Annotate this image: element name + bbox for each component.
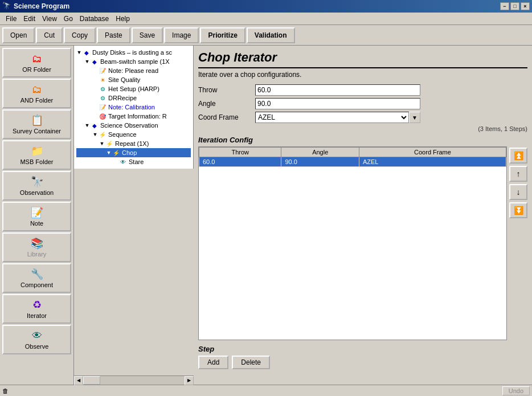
tree-item-sequence[interactable]: ▼ ⚡ Sequence (76, 130, 191, 139)
sidebar-msb-folder[interactable]: 📁 MSB Folder (2, 140, 71, 170)
tree-item-target[interactable]: 🎯 Target Information: R (76, 112, 191, 121)
sidebar-observe[interactable]: 👁 Observe (2, 325, 71, 354)
undo-button[interactable]: Undo (502, 386, 530, 395)
tree-expand-chop[interactable]: ▼ (106, 150, 112, 156)
tree-expand-het (92, 86, 98, 92)
close-button[interactable]: × (521, 2, 530, 10)
scroll-right-button[interactable]: ▶ (185, 376, 194, 385)
tree-expand-dr (92, 95, 98, 101)
table-row[interactable]: 60.0 90.0 AZEL (199, 157, 506, 167)
tree-expand-seq[interactable]: ▼ (92, 132, 98, 137)
sidebar: 🗂 OR Folder 🗂 AND Folder 📋 Survey Contai… (0, 46, 74, 385)
tree-item-repeat[interactable]: ▼ ⚡ Repeat (1X) (76, 139, 191, 148)
tree-item-drrecipe[interactable]: ⚙ DRRecipe (76, 93, 191, 103)
tree-scrollbar[interactable]: ◀ ▶ (74, 375, 194, 385)
tree-item-science-obs[interactable]: ▼ ◆ Science Observation (76, 121, 191, 130)
tree-item-beam-switch[interactable]: ▼ ◆ Beam-switch sample (1X (76, 57, 191, 66)
add-button[interactable]: Add (198, 356, 228, 369)
scroll-track[interactable] (83, 376, 185, 385)
tree-label-root: Dusty Disks – is dusting a sc (92, 49, 172, 56)
cut-button[interactable]: Cut (36, 27, 63, 43)
sidebar-observation[interactable]: 🔭 Observation (2, 171, 71, 201)
sidebar-library[interactable]: 📚 Library (2, 232, 71, 262)
iter-data-table: Throw Angle Coord Frame 60.0 90.0 AZEL (199, 147, 506, 167)
sidebar-iterator[interactable]: ♻ Iterator (2, 294, 71, 324)
move-last-button[interactable]: ⏬ (509, 202, 527, 218)
observation-icon: 🔭 (31, 175, 43, 188)
iterator-icon: ♻ (32, 299, 42, 311)
prioritize-button[interactable]: Prioritize (200, 27, 245, 43)
chop-iterator-title: Chop Iterator (198, 50, 527, 68)
tree-expand-target (92, 113, 98, 119)
minimize-button[interactable]: − (500, 2, 509, 10)
tree-expand-site (92, 77, 98, 83)
tree-icon-repeat: ⚡ (105, 140, 114, 148)
tree-expand-root[interactable]: ▼ (76, 50, 82, 55)
tree-scroll-area[interactable]: ▼ ◆ Dusty Disks – is dusting a sc ▼ ◆ Be… (74, 46, 194, 375)
scroll-thumb[interactable] (83, 376, 100, 385)
tree-expand-repeat[interactable]: ▼ (99, 141, 105, 146)
coord-frame-select[interactable]: AZEL RADEC (255, 112, 409, 123)
throw-input[interactable] (255, 84, 420, 96)
move-down-button[interactable]: ↓ (509, 184, 527, 200)
tree-item-root[interactable]: ▼ ◆ Dusty Disks – is dusting a sc (76, 48, 191, 57)
paste-button[interactable]: Paste (97, 27, 130, 43)
menu-file[interactable]: File (2, 14, 20, 24)
tree-item-het-setup[interactable]: ⚙ Het Setup (HARP) (76, 84, 191, 93)
sidebar-note[interactable]: 📝 Note (2, 202, 71, 231)
save-button[interactable]: Save (132, 27, 163, 43)
menu-view[interactable]: View (39, 14, 60, 24)
observe-label: Observe (25, 343, 49, 350)
open-button[interactable]: Open (2, 27, 35, 43)
delete-button[interactable]: Delete (232, 356, 270, 369)
tree-label-stare: Stare (129, 158, 144, 165)
menu-help[interactable]: Help (112, 14, 133, 24)
tree-item-note-calib[interactable]: 📝 Note: Calibration (76, 103, 191, 112)
copy-button[interactable]: Copy (64, 27, 96, 43)
step-section: Step Add Delete (198, 345, 527, 369)
move-up-button[interactable]: ↑ (509, 166, 527, 182)
tree-label-calib: Note: Calibration (108, 104, 155, 111)
menu-go[interactable]: Go (60, 14, 76, 24)
or-folder-icon: 🗂 (32, 53, 42, 65)
sidebar-and-folder[interactable]: 🗂 AND Folder (2, 79, 71, 108)
scroll-left-button[interactable]: ◀ (74, 376, 83, 385)
menu-database[interactable]: Database (76, 14, 112, 24)
cell-coord-frame: AZEL (359, 157, 506, 167)
menu-edit[interactable]: Edit (20, 14, 39, 24)
tree-label-note-please: Note: Please read (108, 67, 158, 74)
coord-frame-dropdown-arrow[interactable]: ▼ (409, 112, 420, 123)
tree-item-site-quality[interactable]: ☀ Site Quality (76, 75, 191, 84)
coord-frame-container: AZEL RADEC ▼ (255, 112, 420, 123)
sidebar-component[interactable]: 🔧 Component (2, 263, 71, 293)
tree-icon-target: 🎯 (98, 112, 107, 120)
library-label: Library (27, 251, 47, 258)
tree-icon-site: ☀ (98, 76, 107, 84)
sidebar-survey-container[interactable]: 📋 Survey Container (2, 109, 71, 139)
iteration-table: Throw Angle Coord Frame 60.0 90.0 AZEL (198, 146, 507, 340)
image-button[interactable]: Image (164, 27, 199, 43)
tree-item-chop[interactable]: ▼ ⚡ Chop (76, 148, 191, 157)
col-throw: Throw (199, 148, 281, 157)
table-body: 60.0 90.0 AZEL (199, 157, 506, 167)
tree-expand-calib (92, 104, 98, 110)
angle-input[interactable] (255, 98, 420, 109)
sidebar-or-folder[interactable]: 🗂 OR Folder (2, 48, 71, 77)
move-first-button[interactable]: ⏫ (509, 148, 527, 164)
tree-expand-sciobs[interactable]: ▼ (84, 123, 90, 128)
tree-expand-beam[interactable]: ▼ (84, 59, 90, 64)
tree-icon-sciobs: ◆ (90, 121, 99, 129)
window-controls: − □ × (500, 2, 530, 10)
tree-icon-chop: ⚡ (112, 149, 121, 157)
observation-label: Observation (20, 189, 54, 196)
tree-label-repeat: Repeat (1X) (115, 140, 149, 147)
validation-button[interactable]: Validation (247, 27, 295, 43)
cell-throw: 60.0 (199, 157, 281, 167)
tree-content: ▼ ◆ Dusty Disks – is dusting a sc ▼ ◆ Be… (74, 46, 193, 169)
survey-container-icon: 📋 (31, 114, 43, 126)
tree-item-stare[interactable]: 👁 Stare (76, 157, 191, 166)
content-area: Chop Iterator Iterate over a chop config… (194, 46, 532, 385)
tree-item-note-please[interactable]: 📝 Note: Please read (76, 66, 191, 75)
tree-label-target: Target Information: R (108, 113, 167, 120)
maximize-button[interactable]: □ (510, 2, 519, 10)
